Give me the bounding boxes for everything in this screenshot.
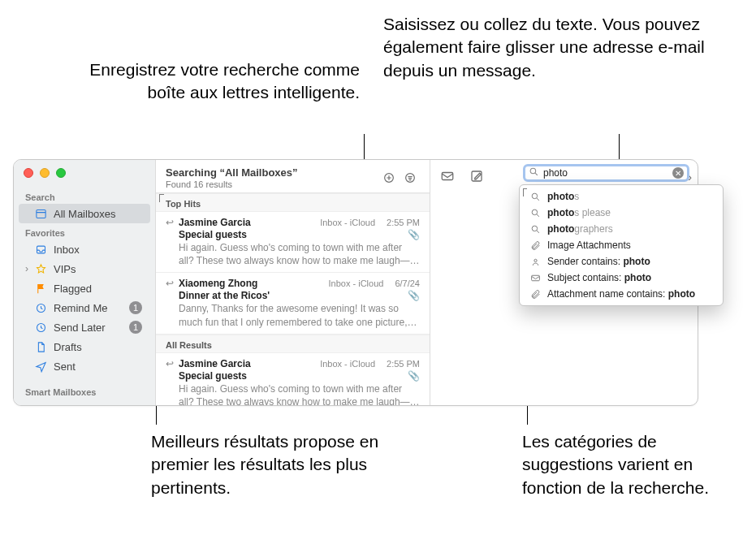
- message-preview: Hi again. Guess who's coming to town wit…: [166, 241, 420, 267]
- callout-type-or-paste: Saisissez ou collez du texte. Vous pouve…: [383, 13, 732, 82]
- message-subject: Dinner at the Ricos': [179, 290, 270, 301]
- svg-point-8: [532, 193, 538, 199]
- sidebar-item-label: Remind Me: [54, 302, 123, 314]
- search-scope-title: Searching “All Mailboxes”: [166, 166, 378, 179]
- mailbox-icon: [35, 208, 47, 220]
- sidebar-item-send-later[interactable]: Send Later 1: [19, 317, 150, 337]
- suggestion-match: photo: [547, 207, 574, 218]
- attachment-icon: 📎: [408, 290, 420, 301]
- plus-circle-icon: [382, 171, 395, 184]
- paper-plane-icon: [35, 361, 47, 373]
- section-header-all-results: All Results: [156, 335, 430, 353]
- sidebar-item-sent[interactable]: Sent: [19, 356, 150, 376]
- section-header-top-hits: Top Hits: [156, 193, 430, 212]
- attachment-icon: 📎: [408, 370, 420, 382]
- message-row[interactable]: ↩︎ Jasmine Garcia Inbox - iCloud 2:55 PM…: [156, 212, 430, 273]
- clock-icon: [35, 302, 47, 314]
- svg-point-10: [532, 226, 538, 231]
- search-icon: [529, 166, 539, 180]
- sidebar-section-smart-mailboxes: Smart Mailboxes: [14, 382, 155, 399]
- suggestion-rest: s please: [574, 207, 611, 218]
- search-input[interactable]: [543, 167, 668, 179]
- suggestion-match: photo: [624, 272, 651, 283]
- suggestion-match: photo: [668, 288, 695, 300]
- message-mailbox: Inbox - iCloud: [320, 218, 375, 227]
- svg-point-4: [406, 174, 415, 183]
- archive-button[interactable]: [438, 167, 456, 185]
- sidebar-item-label: Drafts: [54, 341, 142, 353]
- clock-send-icon: [35, 322, 47, 334]
- sidebar-item-label: VIPs: [54, 263, 142, 275]
- window-controls: [24, 168, 66, 178]
- message-subject: Special guests: [179, 229, 247, 240]
- sidebar-badge: 1: [129, 321, 142, 334]
- svg-point-9: [532, 209, 538, 215]
- minimize-window-button[interactable]: [40, 168, 50, 178]
- message-row[interactable]: ↩︎ Jasmine Garcia Inbox - iCloud 2:55 PM…: [156, 353, 430, 406]
- message-sender: Xiaomeng Zhong: [179, 278, 324, 289]
- sidebar-item-label: Send Later: [54, 322, 123, 334]
- sidebar-item-label: Flagged: [54, 283, 142, 295]
- suggestion-match: photo: [547, 191, 574, 202]
- envelope-icon: [440, 169, 455, 183]
- suggestion-rest: s: [574, 191, 579, 202]
- message-mailbox: Inbox - iCloud: [329, 278, 384, 288]
- suggestion-row[interactable]: Sender contains: photo: [520, 253, 723, 270]
- attachment-icon: 📎: [408, 229, 420, 240]
- suggestion-prefix: Sender contains:: [547, 256, 623, 267]
- sidebar-item-drafts[interactable]: Drafts: [19, 337, 150, 356]
- callout-suggestion-categories: Les catégories de suggestions varient en…: [522, 430, 733, 499]
- sidebar-badge: 1: [129, 301, 142, 314]
- suggestion-row[interactable]: Subject contains: photo: [520, 270, 723, 286]
- flag-icon: [35, 283, 47, 295]
- message-sender: Jasmine Garcia: [179, 358, 315, 369]
- reply-indicator-icon: ↩︎: [166, 217, 174, 228]
- message-list-header: Searching “All Mailboxes” Found 16 resul…: [156, 160, 430, 193]
- sidebar-item-inbox[interactable]: Inbox: [19, 240, 150, 259]
- document-icon: [35, 341, 47, 353]
- sidebar: Search All Mailboxes Favorites Inbox VIP…: [14, 160, 156, 405]
- svg-rect-5: [442, 173, 453, 180]
- compose-button[interactable]: [468, 167, 486, 185]
- message-date: 2:55 PM: [387, 218, 420, 227]
- sidebar-item-vips[interactable]: VIPs: [19, 259, 150, 278]
- sidebar-item-label: Inbox: [54, 244, 142, 256]
- search-icon: [529, 191, 541, 202]
- message-preview: Hi again. Guess who's coming to town wit…: [166, 382, 420, 406]
- suggestion-row[interactable]: Attachment name contains: photo: [520, 286, 723, 302]
- sidebar-section-search: Search: [14, 188, 155, 204]
- message-preview: Danny, Thanks for the awesome evening! I…: [166, 302, 420, 328]
- message-sender: Jasmine Garcia: [179, 217, 315, 228]
- svg-rect-12: [531, 275, 539, 281]
- reply-indicator-icon: ↩︎: [166, 358, 174, 369]
- filter-button[interactable]: [400, 168, 420, 188]
- suggestion-row[interactable]: Image Attachments: [520, 237, 723, 253]
- sidebar-item-remind-me[interactable]: Remind Me 1: [19, 298, 150, 317]
- person-icon: [529, 256, 541, 267]
- callout-save-smart-mailbox: Enregistrez votre recherche comme boîte …: [81, 58, 360, 105]
- paperclip-icon: [529, 288, 541, 300]
- message-row[interactable]: ↩︎ Xiaomeng Zhong Inbox - iCloud 6/7/24 …: [156, 273, 430, 334]
- suggestion-match: photo: [547, 223, 574, 235]
- suggestion-row[interactable]: photos please: [520, 205, 723, 221]
- sidebar-item-all-mailboxes[interactable]: All Mailboxes: [19, 204, 150, 223]
- reply-indicator-icon: ↩︎: [166, 278, 174, 289]
- svg-point-11: [534, 259, 536, 261]
- clear-search-button[interactable]: ✕: [672, 167, 684, 179]
- suggestion-row[interactable]: photographers: [520, 221, 723, 237]
- zoom-window-button[interactable]: [56, 168, 66, 178]
- sidebar-item-flagged[interactable]: Flagged: [19, 278, 150, 298]
- close-window-button[interactable]: [24, 168, 33, 178]
- save-smart-mailbox-button[interactable]: [379, 168, 399, 188]
- message-list-column: Searching “All Mailboxes” Found 16 resul…: [156, 160, 430, 405]
- callout-top-hits: Meilleurs résultats propose en premier l…: [151, 430, 395, 499]
- compose-icon: [469, 169, 484, 183]
- suggestion-prefix: Attachment name contains:: [547, 288, 668, 300]
- message-subject: Special guests: [179, 370, 247, 382]
- filter-icon: [404, 171, 417, 184]
- suggestion-row[interactable]: photos: [520, 188, 723, 205]
- search-suggestions-popover: photos photos please photographers Image…: [519, 184, 724, 306]
- search-field[interactable]: ✕: [523, 164, 689, 182]
- suggestion-text: Image Attachments: [547, 240, 631, 251]
- sidebar-section-favorites: Favorites: [14, 223, 155, 240]
